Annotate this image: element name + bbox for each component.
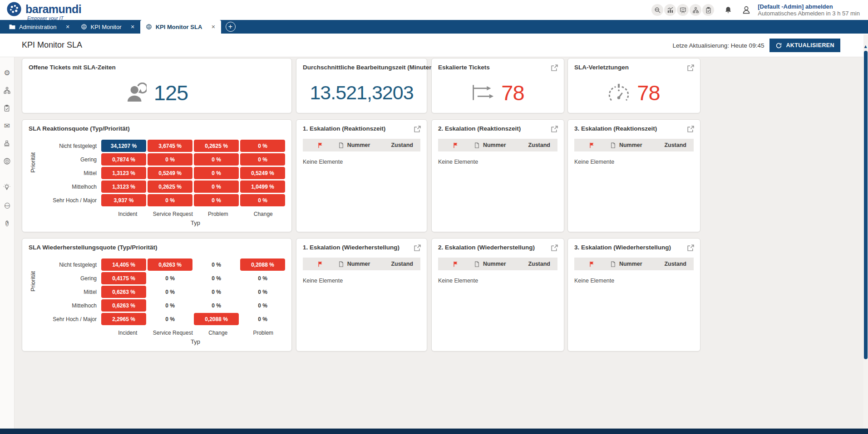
heatmap-cell[interactable]: 0,5249 % — [148, 167, 192, 179]
close-tab-icon[interactable]: ✕ — [131, 24, 135, 30]
column-header-number[interactable]: Nummer — [347, 142, 370, 148]
heatmap-cell[interactable]: 0 % — [240, 140, 285, 152]
heatmap-cell[interactable]: 0,6263 % — [101, 299, 146, 312]
flag-icon[interactable] — [589, 261, 595, 268]
heatmap-cell[interactable]: 0,7874 % — [101, 153, 146, 166]
chart-title: SLA Reaktionsquote (Typ/Priorität) — [29, 125, 130, 132]
heatmap-cell[interactable]: 0 % — [148, 272, 192, 284]
mail-icon[interactable]: ✉ — [3, 122, 11, 130]
heatmap-row: Mittelhoch0,6263 %0 %0 %0 % — [29, 299, 285, 312]
external-link-icon[interactable] — [687, 125, 695, 133]
heatmap-cell[interactable]: 0 % — [194, 258, 239, 271]
heatmap-cell[interactable]: 0 % — [240, 299, 285, 312]
heatmap-cell[interactable]: 0,2625 % — [148, 180, 192, 193]
tasks-icon[interactable] — [3, 104, 11, 112]
heatmap-cell[interactable]: 0 % — [148, 313, 192, 325]
heatmap-cell[interactable]: 3,6745 % — [148, 140, 192, 152]
heatmap-cell[interactable]: 1,0499 % — [240, 180, 285, 193]
settings-icon[interactable]: ⚙ — [3, 69, 11, 77]
tasks-icon[interactable] — [702, 4, 714, 16]
external-link-icon[interactable] — [551, 64, 558, 72]
heatmap-cell[interactable]: 0 % — [240, 272, 285, 284]
column-header-state[interactable]: Zustand — [528, 142, 550, 148]
last-update-text: Letze Aktualisierung: Heute 09:45 — [673, 42, 764, 49]
column-header-number[interactable]: Nummer — [347, 261, 370, 267]
external-link-icon[interactable] — [414, 125, 421, 133]
column-header-number[interactable]: Nummer — [619, 142, 642, 148]
external-link-icon[interactable] — [687, 244, 695, 252]
globe-icon[interactable] — [3, 157, 11, 166]
search-icon[interactable] — [651, 4, 663, 16]
heatmap-cell[interactable]: 0 % — [194, 299, 239, 312]
user-icon[interactable] — [740, 4, 752, 16]
heatmap-cell[interactable]: 0 % — [194, 286, 239, 298]
scroll-up-icon[interactable]: ▲ — [863, 44, 868, 49]
heatmap-cell[interactable]: 0 % — [148, 286, 192, 298]
column-header-number[interactable]: Nummer — [619, 261, 642, 267]
tab-administration[interactable]: Administration ✕ — [4, 20, 75, 34]
help-icon[interactable]: ? — [3, 219, 11, 227]
kpi-value: 13.521,3203 — [310, 82, 413, 104]
flag-icon[interactable] — [453, 142, 459, 149]
close-tab-icon[interactable]: ✕ — [211, 24, 215, 30]
heatmap-cell[interactable]: 1,3123 % — [101, 167, 146, 179]
flag-icon[interactable] — [317, 261, 324, 268]
heatmap-cell[interactable]: 0 % — [148, 194, 192, 206]
heatmap-cell[interactable]: 0,6263 % — [101, 286, 146, 298]
external-link-icon[interactable] — [551, 125, 558, 133]
stamp-icon[interactable] — [3, 140, 11, 148]
more-icon[interactable]: ⋯ — [3, 201, 11, 209]
column-header-state[interactable]: Zustand — [391, 261, 413, 267]
scrollbar-thumb[interactable] — [864, 51, 868, 359]
heatmap-cell[interactable]: 0 % — [240, 286, 285, 298]
heatmap-cell[interactable]: 0 % — [148, 299, 192, 312]
heatmap-cell[interactable]: 0 % — [240, 153, 285, 166]
heatmap-cell[interactable]: 0,2625 % — [194, 140, 239, 152]
heatmap-cell[interactable]: 0 % — [240, 194, 285, 206]
heatmap-cell[interactable]: 2,2965 % — [101, 313, 146, 325]
tab-kpi-monitor-sla[interactable]: KPI Monitor SLA ✕ — [140, 20, 221, 34]
idea-icon[interactable] — [3, 183, 11, 191]
presentation-icon[interactable] — [677, 4, 689, 16]
column-header-state[interactable]: Zustand — [664, 261, 686, 267]
heatmap-cell[interactable]: 0 % — [148, 153, 192, 166]
column-header-number[interactable]: Nummer — [483, 142, 506, 148]
external-link-icon[interactable] — [414, 244, 421, 252]
heatmap-cell[interactable]: 0 % — [194, 272, 239, 284]
heatmap-cell[interactable]: 0 % — [194, 180, 239, 193]
external-link-icon[interactable] — [687, 64, 695, 72]
add-tab-button[interactable]: + — [226, 22, 236, 32]
statistics-icon[interactable] — [664, 4, 676, 16]
flag-icon[interactable] — [317, 142, 324, 149]
flag-icon[interactable] — [453, 261, 459, 268]
heatmap-cell[interactable]: 14,405 % — [101, 258, 146, 271]
heatmap-cell[interactable]: 0,6263 % — [148, 258, 192, 271]
column-header-number[interactable]: Nummer — [483, 261, 506, 267]
heatmap-cell[interactable]: 0,5249 % — [240, 167, 285, 179]
notifications-icon[interactable] — [722, 4, 734, 16]
heatmap-cell[interactable]: 0 % — [194, 194, 239, 206]
close-tab-icon[interactable]: ✕ — [65, 24, 69, 30]
x-axis-label: Typ — [106, 219, 285, 226]
heatmap-cell[interactable]: 3,937 % — [101, 194, 146, 206]
column-header-state[interactable]: Zustand — [664, 142, 686, 148]
heatmap-cell[interactable]: 0,2088 % — [194, 313, 239, 325]
tab-kpi-monitor[interactable]: KPI Monitor ✕ — [75, 20, 140, 34]
flag-icon[interactable] — [589, 142, 595, 149]
kpi-card-avg-processing-time: Durchschnittliche Bearbeitungszeit (Minu… — [296, 58, 427, 113]
heatmap-cell[interactable]: 0,2088 % — [240, 258, 285, 271]
heatmap-cell[interactable]: 1,3123 % — [101, 180, 146, 193]
org-structure-icon[interactable] — [3, 87, 11, 95]
logout-link[interactable]: [Default -Admin] abmelden — [758, 3, 860, 10]
heatmap-cell[interactable]: 0 % — [194, 167, 239, 179]
column-header-state[interactable]: Zustand — [528, 261, 550, 267]
refresh-button[interactable]: AKTUALISIEREN — [769, 39, 840, 52]
heatmap-cell[interactable]: 0 % — [240, 313, 285, 325]
user-session-info: [Default -Admin] abmelden Automatisches … — [758, 3, 860, 17]
heatmap-cell[interactable]: 34,1207 % — [101, 140, 146, 152]
heatmap-cell[interactable]: 0 % — [194, 153, 239, 166]
heatmap-cell[interactable]: 0,4175 % — [101, 272, 146, 284]
external-link-icon[interactable] — [551, 244, 558, 252]
org-chart-icon[interactable] — [690, 4, 701, 16]
column-header-state[interactable]: Zustand — [391, 142, 413, 148]
